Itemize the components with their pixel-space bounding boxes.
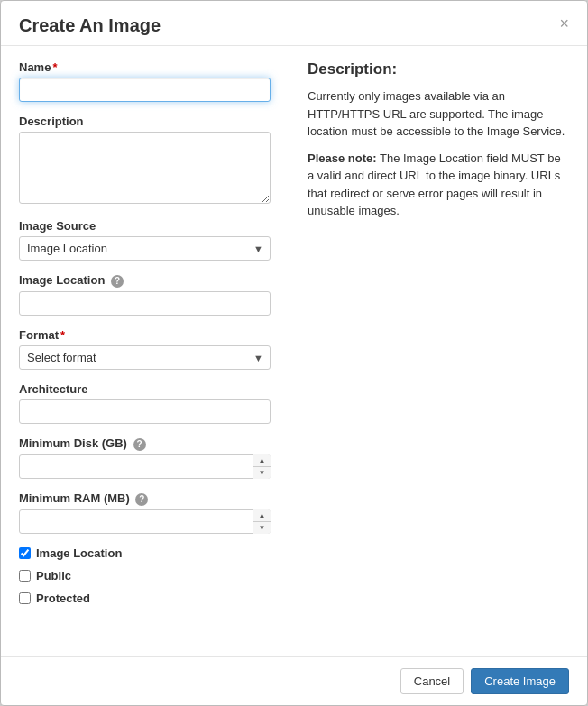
image-source-select[interactable]: Image Location Image File bbox=[19, 236, 271, 261]
create-image-button[interactable]: Create Image bbox=[471, 668, 569, 694]
min-ram-input[interactable] bbox=[19, 509, 271, 534]
min-ram-down-button[interactable]: ▼ bbox=[253, 522, 271, 534]
min-disk-label: Minimum Disk (GB) ? bbox=[19, 436, 271, 451]
min-disk-input-wrapper: ▲ ▼ bbox=[19, 454, 271, 479]
min-ram-up-button[interactable]: ▲ bbox=[253, 509, 271, 522]
min-ram-input-wrapper: ▲ ▼ bbox=[19, 509, 271, 534]
min-disk-spinners: ▲ ▼ bbox=[253, 454, 271, 479]
name-label: Name* bbox=[19, 60, 271, 74]
min-disk-help-icon: ? bbox=[133, 438, 146, 451]
format-label: Format* bbox=[19, 328, 271, 342]
modal-title: Create An Image bbox=[19, 15, 161, 36]
modal-footer: Cancel Create Image bbox=[1, 656, 587, 705]
image-location-input[interactable] bbox=[19, 291, 271, 316]
form-panel: Name* Description Image Source Image Loc… bbox=[1, 46, 289, 656]
create-image-modal: Create An Image × Name* Description Imag… bbox=[0, 0, 588, 706]
image-source-group: Image Source Image Location Image File ▼ bbox=[19, 219, 271, 261]
description-please-note: Please note: bbox=[308, 151, 377, 165]
architecture-label: Architecture bbox=[19, 382, 271, 396]
protected-checkbox-label[interactable]: Protected bbox=[36, 591, 90, 605]
format-group: Format* Select format AKI AMI ARI ISO OV… bbox=[19, 328, 271, 370]
min-disk-input[interactable] bbox=[19, 454, 271, 479]
protected-checkbox[interactable] bbox=[19, 592, 31, 604]
description-paragraph2: Please note: The Image Location field MU… bbox=[308, 150, 569, 220]
public-checkbox[interactable] bbox=[19, 570, 31, 582]
image-location-checkbox[interactable] bbox=[19, 547, 31, 559]
description-panel: Description: Currently only images avail… bbox=[289, 46, 587, 656]
image-location-label: Image Location ? bbox=[19, 273, 271, 288]
format-select[interactable]: Select format AKI AMI ARI ISO OVA PLOOP … bbox=[19, 345, 271, 370]
name-required-star: * bbox=[52, 60, 57, 74]
description-paragraph1: Currently only images available via an H… bbox=[308, 87, 569, 141]
min-ram-spinners: ▲ ▼ bbox=[253, 509, 271, 534]
architecture-input[interactable] bbox=[19, 399, 271, 424]
min-disk-up-button[interactable]: ▲ bbox=[253, 454, 271, 467]
min-disk-down-button[interactable]: ▼ bbox=[253, 467, 271, 479]
min-disk-group: Minimum Disk (GB) ? ▲ ▼ bbox=[19, 436, 271, 479]
min-ram-help-icon: ? bbox=[135, 493, 148, 506]
protected-checkbox-group: Protected bbox=[19, 591, 271, 605]
modal-body: Name* Description Image Source Image Loc… bbox=[1, 46, 587, 656]
description-heading: Description: bbox=[308, 60, 569, 78]
image-location-checkbox-label[interactable]: Image Location bbox=[36, 546, 122, 560]
min-ram-label: Minimum RAM (MB) ? bbox=[19, 491, 271, 506]
architecture-group: Architecture bbox=[19, 382, 271, 424]
description-textarea[interactable] bbox=[19, 132, 271, 204]
close-button[interactable]: × bbox=[559, 15, 569, 32]
modal-header: Create An Image × bbox=[1, 1, 587, 46]
description-label: Description bbox=[19, 115, 271, 128]
public-checkbox-label[interactable]: Public bbox=[36, 569, 71, 582]
public-checkbox-group: Public bbox=[19, 569, 271, 582]
min-ram-group: Minimum RAM (MB) ? ▲ ▼ bbox=[19, 491, 271, 534]
image-location-checkbox-group: Image Location bbox=[19, 546, 271, 560]
format-required-star: * bbox=[60, 328, 65, 342]
name-group: Name* bbox=[19, 60, 271, 102]
format-select-wrapper: Select format AKI AMI ARI ISO OVA PLOOP … bbox=[19, 345, 271, 370]
image-source-label: Image Source bbox=[19, 219, 271, 233]
image-location-help-icon: ? bbox=[111, 275, 124, 288]
description-group: Description bbox=[19, 115, 271, 206]
cancel-button[interactable]: Cancel bbox=[400, 668, 464, 694]
image-location-group: Image Location ? bbox=[19, 273, 271, 316]
image-source-select-wrapper: Image Location Image File ▼ bbox=[19, 236, 271, 261]
name-input[interactable] bbox=[19, 78, 271, 102]
